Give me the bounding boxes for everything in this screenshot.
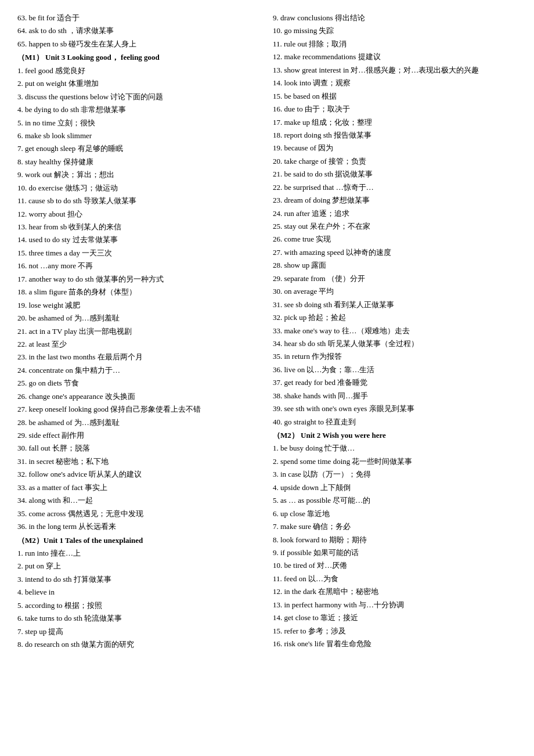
list-item: 6. up close 靠近地: [273, 507, 517, 520]
list-item: 20. be ashamed of 为…感到羞耻: [17, 312, 261, 324]
list-item: 10. do exercise 做练习；做运动: [17, 182, 261, 194]
list-item: 23. in the last two months 在最后两个月: [17, 351, 261, 363]
list-item: 12. make recommendations 提建议: [273, 51, 517, 63]
list-item: 15. three times a day 一天三次: [17, 247, 261, 259]
list-item: 8. stay healthy 保持健康: [17, 156, 261, 168]
list-item: 4. be dying to do sth 非常想做某事: [17, 103, 261, 116]
list-item: 21. act in a TV play 出演一部电视剧: [17, 325, 261, 337]
list-item: （M2） Unit 2 Wish you were here: [273, 429, 517, 441]
list-item: 7. make sure 确信；务必: [273, 520, 517, 532]
list-item: 13. show great interest in 对…很感兴趣；对…表现出极…: [273, 64, 517, 76]
list-item: 18. a slim figure 苗条的身材（体型）: [17, 286, 261, 298]
list-item: 6. make sb look slimmer: [17, 129, 261, 142]
list-item: 35. in return 作为报答: [273, 350, 517, 362]
right-column: 9. draw conclusions 得出结论10. go missing 失…: [273, 12, 517, 651]
list-item: 37. get ready for bed 准备睡觉: [273, 376, 517, 388]
list-item: 9. if possible 如果可能的话: [273, 546, 517, 559]
list-item: 27. with amazing speed 以神奇的速度: [273, 246, 517, 258]
list-item: 38. shake hands with 同…握手: [273, 390, 517, 402]
list-item: 33. as a matter of fact 事实上: [17, 481, 261, 494]
list-item: 27. keep oneself looking good 保持自己形象使看上去…: [17, 403, 261, 415]
list-item: 6. take turns to do sth 轮流做某事: [17, 612, 261, 624]
list-item: 11. cause sb to do sth 导致某人做某事: [17, 195, 261, 207]
list-item: 65. happen to sb 碰巧发生在某人身上: [17, 38, 261, 50]
list-item: 2. put on 穿上: [17, 560, 261, 572]
list-item: 25. go on diets 节食: [17, 377, 261, 389]
list-item: 3. discuss the questions below 讨论下面的问题: [17, 91, 261, 103]
list-item: 5. as … as possible 尽可能…的: [273, 494, 517, 506]
list-item: 31. in secret 秘密地；私下地: [17, 455, 261, 467]
list-item: 39. see sth with one's own eyes 亲眼见到某事: [273, 402, 517, 415]
list-item: 28. be ashamed of 为…感到羞耻: [17, 416, 261, 429]
list-item: 29. side effect 副作用: [17, 429, 261, 441]
list-item: 5. according to 根据；按照: [17, 599, 261, 611]
list-item: 17. another way to do sth 做某事的另一种方式: [17, 273, 261, 285]
list-item: 1. be busy doing 忙于做…: [273, 442, 517, 454]
list-item: 11. feed on 以…为食: [273, 573, 517, 585]
list-item: 4. believe in: [17, 586, 261, 598]
left-column: 63. be fit for 适合于64. ask to do sth ，请求做…: [17, 12, 261, 651]
list-item: 2. put on weight 体重增加: [17, 77, 261, 89]
list-item: 19. lose weight 减肥: [17, 299, 261, 311]
list-item: 36. in the long term 从长远看来: [17, 520, 261, 532]
list-item: 9. draw conclusions 得出结论: [273, 12, 517, 24]
list-item: 63. be fit for 适合于: [17, 12, 261, 24]
list-item: 34. hear sb do sth 听见某人做某事（全过程）: [273, 337, 517, 350]
list-item: 21. be said to do sth 据说做某事: [273, 168, 517, 180]
list-item: 28. show up 露面: [273, 259, 517, 271]
list-item: 64. ask to do sth ，请求做某事: [17, 24, 261, 37]
list-item: 30. on average 平均: [273, 285, 517, 297]
list-item: 8. do research on sth 做某方面的研究: [17, 638, 261, 650]
list-item: 22. at least 至少: [17, 338, 261, 350]
list-item: 13. hear from sb 收到某人的来信: [17, 221, 261, 233]
list-item: 17. make up 组成；化妆；整理: [273, 116, 517, 128]
list-item: 26. change one's appearance 改头换面: [17, 390, 261, 402]
list-item: 10. be tired of 对…厌倦: [273, 559, 517, 571]
list-item: 1. run into 撞在…上: [17, 547, 261, 559]
list-item: 20. take charge of 接管；负责: [273, 155, 517, 167]
list-item: 24. concentrate on 集中精力于…: [17, 364, 261, 376]
list-item: 14. used to do sty 过去常做某事: [17, 233, 261, 246]
list-item: 33. make one's way to 往…（艰难地）走去: [273, 325, 517, 337]
list-item: 16. risk one's life 冒着生命危险: [273, 638, 517, 650]
list-item: 5. in no time 立刻；很快: [17, 117, 261, 129]
list-item: 7. step up 提高: [17, 625, 261, 638]
list-item: 16. due to 由于；取决于: [273, 103, 517, 115]
list-item: 29. separate from （使）分开: [273, 272, 517, 285]
list-item: （M1） Unit 3 Looking good， feeling good: [17, 51, 261, 63]
list-item: 25. stay out 呆在户外；不在家: [273, 220, 517, 232]
list-item: 3. in case 以防（万一）；免得: [273, 468, 517, 480]
list-item: 19. because of 因为: [273, 142, 517, 154]
list-item: 2. spend some time doing 花一些时间做某事: [273, 455, 517, 467]
list-item: 18. report doing sth 报告做某事: [273, 129, 517, 141]
list-item: 12. worry about 担心: [17, 208, 261, 220]
list-item: 15. refer to 参考；涉及: [273, 625, 517, 637]
list-item: 11. rule out 排除；取消: [273, 38, 517, 50]
list-item: 26. come true 实现: [273, 233, 517, 245]
list-item: （M2）Unit 1 Tales of the unexplained: [17, 534, 261, 546]
list-item: 10. go missing 失踪: [273, 24, 517, 37]
list-item: 9. work out 解决；算出；想出: [17, 168, 261, 181]
list-item: 30. fall out 长胖；脱落: [17, 442, 261, 454]
list-item: 3. intend to do sth 打算做某事: [17, 573, 261, 585]
list-item: 14. look into 调查；观察: [273, 77, 517, 89]
list-item: 36. live on 以…为食；靠…生活: [273, 363, 517, 376]
list-item: 35. come across 偶然遇见；无意中发现: [17, 507, 261, 520]
main-content: 63. be fit for 适合于64. ask to do sth ，请求做…: [17, 12, 517, 651]
list-item: 31. see sb doing sth 看到某人正做某事: [273, 298, 517, 311]
list-item: 16. not …any more 不再: [17, 260, 261, 272]
list-item: 32. follow one's advice 听从某人的建议: [17, 468, 261, 480]
list-item: 40. go straight to 径直走到: [273, 416, 517, 428]
list-item: 7. get enough sleep 有足够的睡眠: [17, 142, 261, 154]
list-item: 4. upside down 上下颠倒: [273, 481, 517, 494]
list-item: 22. be surprised that …惊奇于…: [273, 181, 517, 193]
list-item: 8. look forward to 期盼；期待: [273, 534, 517, 546]
list-item: 12. in the dark 在黑暗中；秘密地: [273, 585, 517, 597]
list-item: 24. run after 追逐；追求: [273, 207, 517, 219]
list-item: 23. dream of doing 梦想做某事: [273, 194, 517, 206]
list-item: 1. feel good 感觉良好: [17, 64, 261, 77]
list-item: 13. in perfect harmony with 与…十分协调: [273, 599, 517, 611]
list-item: 14. get close to 靠近；接近: [273, 611, 517, 624]
list-item: 32. pick up 拾起；捡起: [273, 311, 517, 323]
list-item: 15. be based on 根据: [273, 90, 517, 102]
